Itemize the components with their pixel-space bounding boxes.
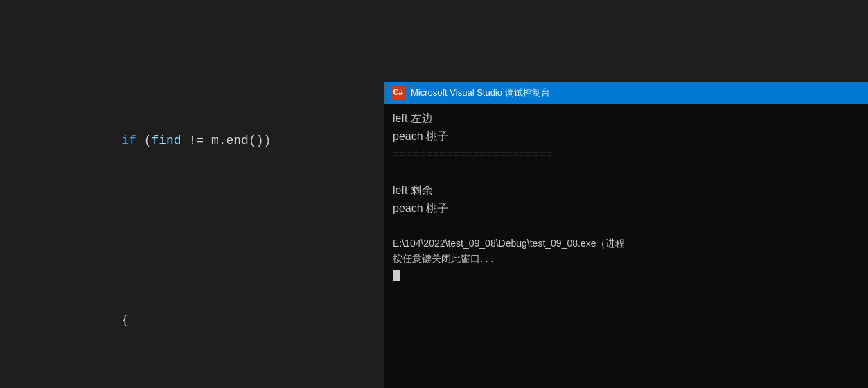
console-title: Microsoft Visual Studio 调试控制台 <box>411 87 550 99</box>
console-separator: ======================== <box>393 146 860 164</box>
console-line-3: left 剩余 <box>393 182 860 200</box>
console-line-4: peach 桃子 <box>393 200 860 218</box>
console-cursor <box>393 270 400 281</box>
console-window[interactable]: C# Microsoft Visual Studio 调试控制台 left 左边… <box>384 82 868 388</box>
console-path: E:\104\2022\test_09_08\Debug\test_09_08.… <box>393 236 860 266</box>
console-app-icon: C# <box>391 86 405 100</box>
console-content: left 左边 peach 桃子 =======================… <box>384 104 868 290</box>
keyword-if: if <box>121 134 136 148</box>
main-container: if (find != m.end()) { find->second = "剩… <box>0 0 868 388</box>
var-find: find <box>151 134 181 148</box>
console-line-empty2 <box>393 218 860 236</box>
console-line-empty <box>393 164 860 182</box>
console-icon-label: C# <box>393 88 403 98</box>
console-line-cursor-row <box>393 266 860 284</box>
console-titlebar: C# Microsoft Visual Studio 调试控制台 <box>384 82 868 104</box>
console-line-1: left 左边 <box>393 109 860 127</box>
console-line-2: peach 桃子 <box>393 127 860 146</box>
